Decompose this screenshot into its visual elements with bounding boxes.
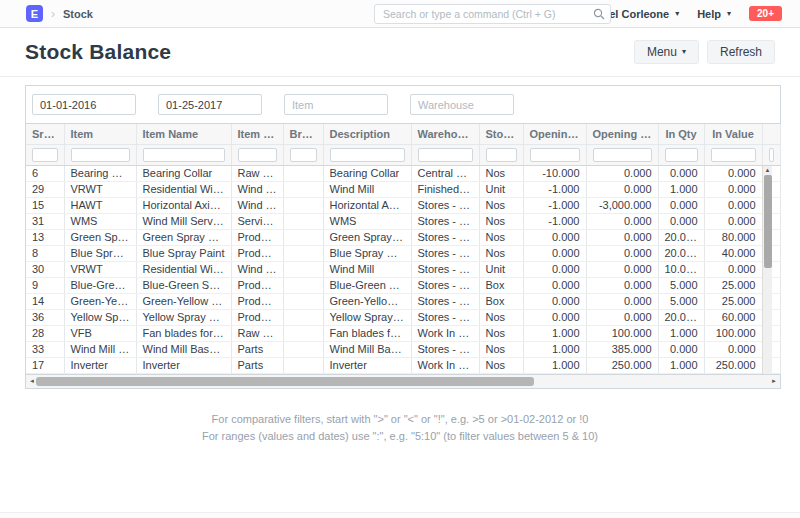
table-cell[interactable]: 6: [26, 165, 64, 181]
table-cell[interactable]: Bearing Collar: [323, 165, 411, 181]
table-cell[interactable]: -3,000.000: [586, 197, 658, 213]
table-cell[interactable]: Work In Progre...: [411, 325, 479, 341]
table-cell[interactable]: 15: [26, 197, 64, 213]
table-cell[interactable]: Blue-Green Spr...: [64, 277, 136, 293]
table-cell[interactable]: Green Spray Pa...: [64, 229, 136, 245]
table-cell[interactable]: [283, 165, 323, 181]
table-cell[interactable]: Stores - WPL: [411, 213, 479, 229]
column-header-in-qty[interactable]: In Qty: [658, 124, 704, 144]
table-cell[interactable]: 385.000: [586, 341, 658, 357]
table-cell[interactable]: Green Spray Paint: [323, 229, 411, 245]
table-cell[interactable]: Products: [231, 245, 283, 261]
table-cell[interactable]: -10.000: [523, 165, 586, 181]
table-cell[interactable]: 0.000: [658, 197, 704, 213]
table-cell[interactable]: Nos: [479, 357, 523, 373]
table-cell[interactable]: 250.000: [704, 357, 762, 373]
table-cell[interactable]: Stores - WPL: [411, 309, 479, 325]
table-cell[interactable]: 8: [26, 245, 64, 261]
table-cell[interactable]: 0.000: [523, 293, 586, 309]
table-cell[interactable]: 13: [26, 229, 64, 245]
table-cell[interactable]: Green-Yellow Spray Paint: [136, 293, 231, 309]
table-cell[interactable]: Raw Material: [231, 325, 283, 341]
from-date-filter[interactable]: [32, 94, 136, 115]
scroll-right-icon[interactable]: ►: [768, 375, 780, 388]
table-cell[interactable]: Wind Mill Servicing: [136, 213, 231, 229]
table-cell[interactable]: Green Spray Paint: [136, 229, 231, 245]
table-cell[interactable]: VRWT: [64, 181, 136, 197]
table-cell[interactable]: 1.000: [523, 357, 586, 373]
horizontal-scroll-thumb[interactable]: [36, 377, 534, 386]
table-cell[interactable]: Nos: [479, 197, 523, 213]
table-cell[interactable]: 0.000: [586, 229, 658, 245]
column-filter-input-item-name[interactable]: [143, 148, 225, 162]
column-filter-input-sr-no[interactable]: [32, 148, 58, 162]
table-cell[interactable]: 17: [26, 357, 64, 373]
column-filter-input-item[interactable]: [71, 148, 130, 162]
notifications-badge[interactable]: 20+: [749, 6, 782, 21]
table-cell[interactable]: 0.000: [658, 165, 704, 181]
table-cell[interactable]: 5.000: [658, 293, 704, 309]
table-cell[interactable]: Wind Mill Base...: [64, 341, 136, 357]
column-header-sr-no[interactable]: Sr No: [26, 124, 64, 144]
table-cell[interactable]: Inverter: [64, 357, 136, 373]
table-cell[interactable]: 0.000: [704, 181, 762, 197]
table-cell[interactable]: Stores - WPL: [411, 229, 479, 245]
column-filter-input-warehouse[interactable]: [418, 148, 473, 162]
table-cell[interactable]: Wind Mill Base Tower: [136, 341, 231, 357]
table-cell[interactable]: [283, 357, 323, 373]
search-input[interactable]: [374, 4, 611, 24]
table-cell[interactable]: Blue Spray Paint: [323, 245, 411, 261]
column-header-stock[interactable]: Stock ...: [479, 124, 523, 144]
table-cell[interactable]: 0.000: [586, 213, 658, 229]
column-header-description[interactable]: Description: [323, 124, 411, 144]
column-filter-input-item-group[interactable]: [238, 148, 277, 162]
table-cell[interactable]: Nos: [479, 229, 523, 245]
table-cell[interactable]: [283, 245, 323, 261]
table-cell[interactable]: 80.000: [704, 229, 762, 245]
table-cell[interactable]: Bearing Collar: [64, 165, 136, 181]
column-filter-input-brand[interactable]: [290, 148, 317, 162]
table-cell[interactable]: Wind Turbi...: [231, 181, 283, 197]
table-cell[interactable]: 25.000: [704, 293, 762, 309]
table-cell[interactable]: Raw Material: [231, 165, 283, 181]
column-header-warehouse[interactable]: Warehouse: [411, 124, 479, 144]
table-cell[interactable]: -1.000: [523, 181, 586, 197]
table-cell[interactable]: 0.000: [586, 277, 658, 293]
breadcrumb-item-stock[interactable]: Stock: [63, 8, 93, 20]
table-cell[interactable]: 9: [26, 277, 64, 293]
table-cell[interactable]: Box: [479, 277, 523, 293]
table-cell[interactable]: 0.000: [704, 165, 762, 181]
table-cell[interactable]: Wind Turbi...: [231, 197, 283, 213]
table-cell[interactable]: [283, 213, 323, 229]
table-cell[interactable]: 10.000: [658, 261, 704, 277]
column-filter-input-stock[interactable]: [486, 148, 517, 162]
table-cell[interactable]: 60.000: [704, 309, 762, 325]
column-header-brand[interactable]: Brand: [283, 124, 323, 144]
scroll-up-icon[interactable]: ▲: [763, 166, 772, 175]
table-cell[interactable]: Wind Turbi...: [231, 261, 283, 277]
table-cell[interactable]: VRWT: [64, 261, 136, 277]
table-cell[interactable]: 33: [26, 341, 64, 357]
table-cell[interactable]: Wind Mill Base Tower: [323, 341, 411, 357]
table-cell[interactable]: 0.000: [704, 341, 762, 357]
help-menu[interactable]: Help ▾: [697, 8, 731, 20]
warehouse-filter[interactable]: [410, 94, 514, 115]
table-cell[interactable]: Blue Spray Paint: [136, 245, 231, 261]
column-header-item-name[interactable]: Item Name: [136, 124, 231, 144]
to-date-filter[interactable]: [158, 94, 262, 115]
table-cell[interactable]: Fan blades for vertical ...: [323, 325, 411, 341]
table-cell[interactable]: Products: [231, 277, 283, 293]
refresh-button[interactable]: Refresh: [707, 40, 775, 64]
table-cell[interactable]: 1.000: [523, 341, 586, 357]
table-cell[interactable]: -1.000: [523, 197, 586, 213]
column-header-in-value[interactable]: In Value: [704, 124, 762, 144]
table-cell[interactable]: Wind Mill: [323, 181, 411, 197]
table-cell[interactable]: 20.000: [658, 309, 704, 325]
table-cell[interactable]: [283, 341, 323, 357]
column-header-opening-value[interactable]: Opening Value: [586, 124, 658, 144]
table-cell[interactable]: VFB: [64, 325, 136, 341]
table-cell[interactable]: 1.000: [658, 357, 704, 373]
table-cell[interactable]: [283, 229, 323, 245]
table-cell[interactable]: Blue-Green Spray Paints: [323, 277, 411, 293]
column-filter-input-opening-qty[interactable]: [530, 148, 580, 162]
